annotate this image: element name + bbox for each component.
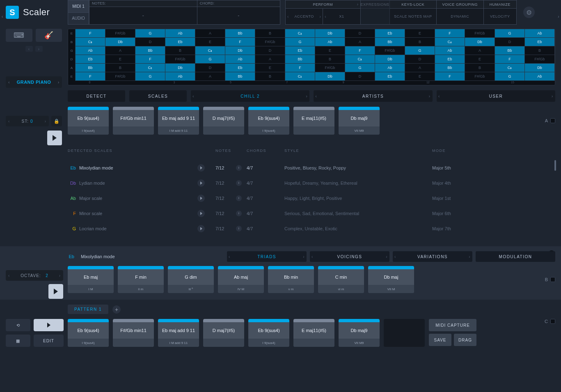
fret-cell[interactable]: F#/Gb bbox=[255, 38, 285, 46]
midi-tab[interactable]: MIDI 1 bbox=[68, 0, 89, 13]
chord-slot[interactable]: Db maj9VII M9 bbox=[339, 107, 380, 135]
play-button-c[interactable] bbox=[34, 319, 64, 331]
play-scale-icon[interactable] bbox=[197, 195, 205, 202]
chord-slot[interactable]: C minvi m bbox=[318, 266, 364, 293]
guitar-view-button[interactable]: 🎸 bbox=[36, 29, 62, 42]
fret-cell[interactable]: F#/Gb bbox=[465, 72, 495, 81]
chord-slot[interactable]: Eb 9(sus4)I 9(sus4) bbox=[68, 319, 109, 347]
fret-cell[interactable]: G bbox=[195, 55, 225, 64]
chord-slot[interactable]: Db majVII M bbox=[368, 266, 414, 293]
fret-cell[interactable]: Ab bbox=[525, 72, 555, 81]
keyboard-view-button[interactable]: ⌨ bbox=[6, 29, 32, 42]
drag-button[interactable]: DRAG bbox=[454, 334, 476, 346]
scale-row[interactable]: AbMajor scale 7/12 i 4/7Happy, Light, Br… bbox=[68, 190, 555, 206]
fret-cell[interactable]: D bbox=[405, 55, 435, 64]
fret-cell[interactable]: Bb bbox=[135, 46, 165, 55]
fret-cell[interactable]: A bbox=[345, 38, 375, 46]
fret-cell[interactable]: Ab bbox=[225, 55, 255, 64]
fret-cell[interactable]: C₃ bbox=[495, 64, 525, 72]
scale-row[interactable]: GLocrian mode 7/12 i 4/7Complex, Unstabl… bbox=[68, 221, 555, 236]
fret-cell[interactable]: Eb bbox=[375, 29, 405, 38]
fret-cell[interactable]: F bbox=[135, 55, 165, 64]
fret-cell[interactable]: E bbox=[255, 64, 285, 72]
section-c-toggle[interactable] bbox=[550, 319, 555, 324]
chord-slot[interactable]: E maj11(#5) bbox=[293, 319, 334, 347]
nav-left-icon[interactable]: ‹ bbox=[25, 46, 33, 52]
preset-tab[interactable]: ‹CHILL 2› bbox=[191, 90, 309, 102]
grid-icon[interactable]: ▦ bbox=[6, 335, 30, 347]
fret-cell[interactable]: E bbox=[465, 55, 495, 64]
fret-cell[interactable]: F bbox=[495, 55, 525, 64]
chord-slot[interactable]: Eb maj add 9 11I M add 9 11 bbox=[158, 319, 199, 347]
fret-cell[interactable]: Eb bbox=[285, 46, 315, 55]
fret-cell[interactable]: F#/Gb bbox=[375, 46, 405, 55]
chord-slot[interactable]: F#/Gb min11 bbox=[113, 107, 154, 135]
io-selector[interactable]: MIDI 1 AUDIO bbox=[68, 0, 89, 25]
fret-cell[interactable]: C₃ bbox=[195, 46, 225, 55]
fret-cell[interactable]: C₃ bbox=[76, 38, 105, 46]
keyslock-header[interactable]: KEYS-LOCK bbox=[390, 0, 436, 9]
fret-cell[interactable]: F#/Gb bbox=[105, 29, 135, 38]
info-icon[interactable]: i bbox=[236, 180, 242, 186]
fret-cell[interactable]: B bbox=[405, 38, 435, 46]
voicings-tab[interactable]: ‹VOICINGS› bbox=[310, 251, 389, 262]
fret-cell[interactable]: C₄ bbox=[435, 38, 465, 46]
fret-cell[interactable]: B bbox=[255, 72, 285, 81]
add-pattern-button[interactable]: + bbox=[112, 305, 121, 314]
fret-cell[interactable]: Ab bbox=[525, 29, 555, 38]
fret-cell[interactable]: Ab bbox=[165, 72, 195, 81]
fret-cell[interactable]: B bbox=[315, 55, 345, 64]
fret-cell[interactable]: F bbox=[285, 64, 315, 72]
fret-cell[interactable]: Bb bbox=[225, 29, 255, 38]
chord-slot[interactable]: E maj11(#5) bbox=[293, 107, 334, 135]
fret-cell[interactable]: Eb bbox=[225, 64, 255, 72]
fret-cell[interactable]: F#/Gb bbox=[525, 55, 555, 64]
fret-cell[interactable]: Ab bbox=[315, 38, 345, 46]
fret-cell[interactable]: B bbox=[165, 46, 195, 55]
fret-cell[interactable]: G bbox=[345, 64, 375, 72]
humanize-value[interactable]: ‹VELOCITY› bbox=[484, 9, 516, 24]
fret-cell[interactable]: B bbox=[105, 64, 135, 72]
detect-tab[interactable]: DETECT bbox=[68, 90, 125, 102]
empty-slot[interactable] bbox=[384, 319, 425, 347]
fret-cell[interactable]: D bbox=[195, 64, 225, 72]
expressions-header[interactable]: EXPRESSIONS› bbox=[361, 0, 389, 9]
fret-cell[interactable]: A bbox=[195, 29, 225, 38]
play-scale-icon[interactable] bbox=[197, 164, 205, 172]
fret-cell[interactable]: Bb bbox=[375, 38, 405, 46]
voice-value[interactable]: ‹DYNAMIC› bbox=[437, 9, 483, 24]
perform-x1[interactable]: ‹X1 bbox=[323, 9, 360, 24]
fret-cell[interactable]: Bb bbox=[285, 55, 315, 64]
fret-cell[interactable]: Db bbox=[165, 64, 195, 72]
lock-icon[interactable]: 🔒 bbox=[51, 116, 62, 126]
fret-cell[interactable]: F bbox=[345, 46, 375, 55]
fret-cell[interactable]: Eb bbox=[525, 38, 555, 46]
fret-cell[interactable]: Bb bbox=[435, 64, 465, 72]
fret-cell[interactable]: F#/Gb bbox=[465, 29, 495, 38]
settings-icon[interactable]: ⚙ bbox=[523, 7, 535, 18]
play-scale-icon[interactable] bbox=[197, 179, 205, 187]
fret-cell[interactable]: E bbox=[105, 55, 135, 64]
fret-cell[interactable]: G bbox=[405, 46, 435, 55]
fret-cell[interactable]: F bbox=[435, 72, 465, 81]
chord-slot[interactable]: D maj7(#5) bbox=[203, 107, 244, 135]
fret-cell[interactable]: E bbox=[405, 72, 435, 81]
fret-cell[interactable]: A bbox=[105, 46, 135, 55]
chord-slot[interactable]: Eb 9(sus4)I 9(sus4) bbox=[248, 319, 289, 347]
fret-cell[interactable]: G bbox=[135, 72, 165, 81]
fret-cell[interactable]: Eb bbox=[165, 38, 195, 46]
variations-tab[interactable]: ‹VARIATIONS› bbox=[393, 251, 472, 262]
fret-cell[interactable]: Eb bbox=[76, 55, 105, 64]
pattern-tab[interactable]: PATTERN 1 bbox=[68, 305, 108, 314]
octave-control[interactable]: OCTAVE: 2 bbox=[6, 270, 63, 281]
fret-cell[interactable]: Db bbox=[105, 38, 135, 46]
fret-cell[interactable]: A bbox=[465, 46, 495, 55]
fret-cell[interactable]: Db bbox=[375, 55, 405, 64]
info-icon[interactable]: i bbox=[236, 211, 242, 216]
fret-cell[interactable]: B bbox=[255, 29, 285, 38]
fret-cell[interactable]: D bbox=[345, 72, 375, 81]
fret-cell[interactable]: A bbox=[405, 64, 435, 72]
info-icon[interactable]: i bbox=[236, 165, 242, 171]
fret-cell[interactable]: F bbox=[76, 72, 105, 81]
chord-slot[interactable]: F#/Gb min11 bbox=[113, 319, 154, 347]
